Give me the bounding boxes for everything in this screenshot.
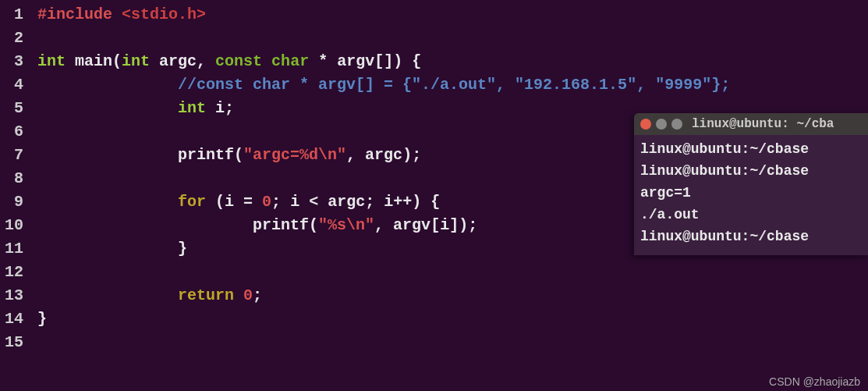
line-number: 15	[0, 331, 28, 354]
line-number: 9	[0, 190, 28, 214]
line-number: 1	[0, 3, 28, 27]
code-line: 3 int main(int argc, const char * argv[]…	[0, 50, 868, 73]
terminal-line: linux@ubuntu:~/cbase	[640, 226, 862, 247]
terminal-line: linux@ubuntu:~/cbase	[640, 138, 862, 160]
terminal-titlebar[interactable]: linux@ubuntu: ~/cba	[634, 113, 868, 135]
line-number: 3	[0, 50, 28, 73]
line-number: 8	[0, 167, 28, 190]
code-line: 14 }	[0, 307, 868, 331]
line-number: 10	[0, 214, 28, 237]
terminal-window[interactable]: linux@ubuntu: ~/cba linux@ubuntu:~/cbase…	[634, 113, 868, 255]
line-number: 7	[0, 144, 28, 167]
code-line: 1 #include <stdio.h>	[0, 3, 868, 27]
terminal-line: argc=1	[640, 182, 862, 204]
line-number: 12	[0, 261, 28, 284]
line-number: 2	[0, 27, 28, 50]
line-number: 4	[0, 73, 28, 97]
code-line: 13 return 0;	[0, 284, 868, 307]
code-line: 15	[0, 331, 868, 354]
terminal-line: ./a.out	[640, 204, 862, 226]
code-line: 4 //const char * argv[] = {"./a.out", "1…	[0, 73, 868, 97]
line-number: 11	[0, 237, 28, 261]
terminal-title: linux@ubuntu: ~/cba	[692, 117, 834, 131]
watermark: CSDN @zhaojiazb	[769, 375, 860, 388]
maximize-icon[interactable]	[671, 119, 682, 130]
line-number: 5	[0, 97, 28, 120]
line-number: 14	[0, 307, 28, 331]
close-icon[interactable]	[640, 119, 651, 130]
code-line: 12	[0, 261, 868, 284]
line-number: 6	[0, 120, 28, 144]
minimize-icon[interactable]	[656, 119, 667, 130]
line-number: 13	[0, 284, 28, 307]
code-line: 2	[0, 27, 868, 50]
terminal-line: linux@ubuntu:~/cbase	[640, 160, 862, 182]
terminal-body[interactable]: linux@ubuntu:~/cbase linux@ubuntu:~/cbas…	[634, 135, 868, 255]
